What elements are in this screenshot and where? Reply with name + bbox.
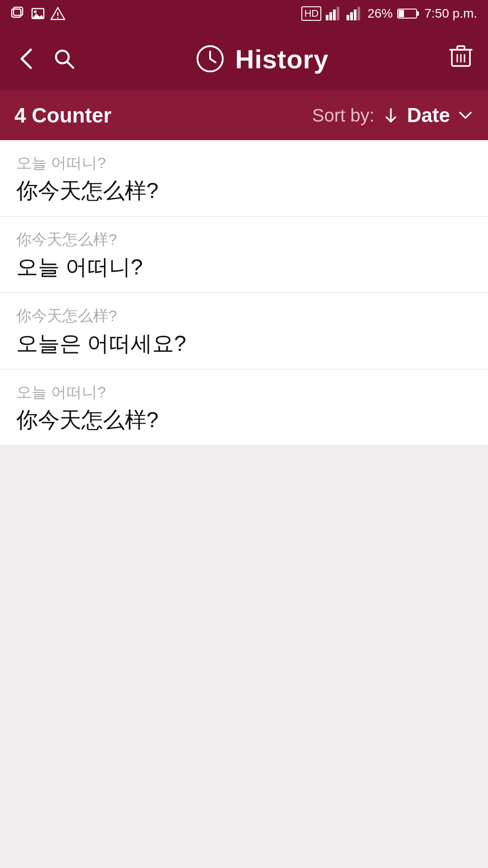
item-secondary-text: 오늘 어떠니? [16, 153, 472, 174]
status-right-icons: HD 26% 7:50 p.m. [301, 6, 477, 21]
svg-rect-26 [457, 46, 465, 50]
hd-badge: HD [301, 6, 321, 21]
item-primary-text: 오늘은 어떠세요? [16, 329, 472, 358]
svg-rect-11 [337, 7, 339, 20]
whatsapp-icon [11, 6, 25, 21]
svg-line-23 [210, 59, 216, 62]
app-bar-center: History [90, 44, 434, 74]
history-list: 오늘 어떠니?你今天怎么样?你今天怎么样?오늘 어떠니?你今天怎么样?오늘은 어… [0, 140, 488, 446]
signal1-icon [326, 7, 342, 20]
svg-rect-12 [347, 15, 349, 20]
svg-point-3 [34, 10, 37, 13]
status-left-icons [11, 6, 65, 21]
status-bar: HD 26% 7:50 p.m. [0, 0, 488, 27]
item-primary-text: 你今天怎么样? [16, 176, 472, 205]
svg-rect-15 [357, 7, 360, 20]
battery-percent: 26% [367, 6, 393, 21]
svg-point-7 [57, 17, 59, 19]
battery-icon [397, 7, 420, 20]
sub-header: 4 Counter Sort by: Date [0, 90, 488, 140]
delete-button[interactable] [448, 43, 474, 74]
history-item[interactable]: 你今天怎么样?오늘은 어떠세요? [0, 293, 488, 369]
history-item[interactable]: 오늘 어떠니?你今天怎么样? [0, 140, 488, 217]
svg-rect-8 [326, 15, 328, 20]
svg-line-20 [67, 61, 73, 68]
item-secondary-text: 你今天怎么样? [16, 229, 472, 250]
history-item[interactable]: 你今天怎么样?오늘 어떠니? [0, 217, 488, 293]
app-bar: History [0, 27, 488, 90]
history-item[interactable]: 오늘 어떠니?你今天怎么样? [0, 369, 488, 446]
svg-marker-4 [32, 14, 44, 19]
app-bar-title: History [235, 44, 329, 74]
dropdown-arrow-icon [457, 107, 474, 123]
item-secondary-text: 你今天怎么样? [16, 306, 472, 326]
svg-rect-13 [350, 12, 353, 20]
sort-by-label: Sort by: [312, 105, 375, 126]
item-primary-text: 오늘 어떠니? [16, 253, 472, 282]
warning-icon [51, 6, 65, 21]
sort-arrow-icon [382, 106, 400, 124]
svg-rect-9 [329, 12, 332, 20]
svg-rect-10 [333, 9, 336, 20]
svg-rect-17 [417, 11, 419, 16]
counter-label: 4 Counter [14, 103, 112, 127]
clock-icon [196, 44, 225, 73]
signal2-icon [347, 7, 363, 20]
time-display: 7:50 p.m. [424, 6, 477, 21]
image-icon [31, 6, 45, 21]
svg-rect-18 [399, 10, 404, 17]
sort-area[interactable]: Sort by: Date [312, 104, 474, 127]
item-primary-text: 你今天怎么样? [16, 406, 472, 434]
back-button[interactable] [14, 47, 38, 71]
svg-rect-14 [354, 9, 357, 20]
search-button[interactable] [52, 47, 76, 71]
sort-value: Date [407, 104, 450, 127]
item-secondary-text: 오늘 어떠니? [16, 382, 472, 403]
